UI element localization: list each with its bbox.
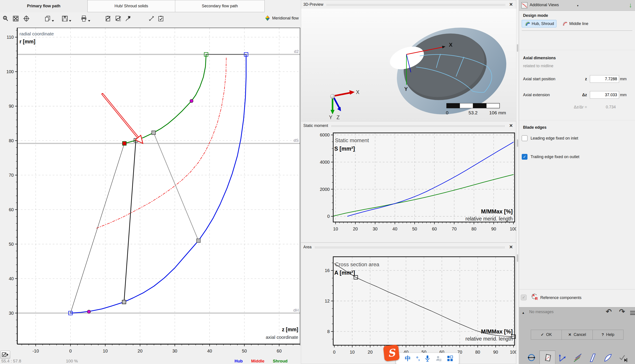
checkbox-checked[interactable]: ✓ <box>522 154 527 160</box>
flow-paths-icon[interactable] <box>572 352 583 363</box>
axial-start-input[interactable] <box>590 75 619 83</box>
svg-text:Cross section area: Cross section area <box>335 262 379 267</box>
delete-points-icon[interactable] <box>124 14 132 23</box>
blade-edges-heading: Blade edges <box>523 125 546 130</box>
tab-hub-shroud-solids[interactable]: Hub/ Shroud solids <box>88 0 175 12</box>
ime-punctuation-icon[interactable]: °, <box>416 356 420 362</box>
triad-z-label: Z <box>337 114 340 120</box>
design-mode-hub-shroud-button[interactable]: Hub, Shroud <box>522 20 556 28</box>
svg-text:d2: d2 <box>294 49 299 54</box>
axial-extent-icon[interactable] <box>526 352 537 363</box>
axis-x-label: X <box>449 42 452 48</box>
save-icon[interactable] <box>61 14 69 23</box>
redo-icon[interactable]: ↷ <box>619 308 625 316</box>
tab-label: Secondary flow path <box>202 4 238 8</box>
svg-text:100: 100 <box>510 350 516 354</box>
orientation-triad: X Y Z <box>329 89 359 120</box>
svg-text:50: 50 <box>412 226 417 231</box>
cross-section-area-chart[interactable]: 010203040506070809010081216Cross section… <box>301 251 516 364</box>
finish-step-icon[interactable] <box>617 352 628 363</box>
meridian-editor-panel: Primary flow path Hub/ Shroud solids Sec… <box>0 0 301 364</box>
trailing-edge-checkbox-row[interactable]: ✓ Trailing edge fixed on outlet <box>522 154 579 160</box>
import-curve-icon[interactable] <box>104 14 112 23</box>
svg-text:30: 30 <box>373 226 377 231</box>
views-grid-icon <box>521 2 527 8</box>
static-moment-titlebar: Static moment ✕ <box>301 122 516 130</box>
plot-options-button[interactable] <box>1 351 10 359</box>
additional-views-header: Additional Views ▾ ↓ <box>519 0 635 11</box>
close-icon[interactable]: ✕ <box>508 123 514 128</box>
meridional-contour-plot[interactable]: d2dSdH-100102030405060304050607080901001… <box>0 26 301 356</box>
design-mode-middle-line-button[interactable]: Middle line <box>559 20 590 27</box>
3d-preview-panel: 3D-Preview ✕ ▶ <box>301 0 516 121</box>
ime-language-icon[interactable]: 中 <box>405 354 411 362</box>
blade-profile-icon[interactable] <box>602 352 613 363</box>
svg-text:16: 16 <box>325 268 330 273</box>
ime-microphone-icon[interactable] <box>425 355 430 362</box>
drag-grip[interactable] <box>331 125 505 127</box>
meridional-view-button[interactable] <box>539 350 555 364</box>
scale-end: 106 mm <box>489 110 506 115</box>
meridional-view-icon <box>542 352 552 362</box>
ime-keyboard-user-icon[interactable]: 9 <box>435 356 442 362</box>
cursor-coordinates: 55.4 : 57.8 <box>1 359 21 364</box>
axial-extension-input[interactable] <box>590 91 619 99</box>
axial-dimensions-heading: Axial dimensions <box>523 56 556 60</box>
ok-button[interactable]: ✓OK <box>531 330 561 340</box>
copy-dropdown-icon[interactable] <box>52 20 54 23</box>
svg-text:12: 12 <box>325 298 330 304</box>
ratio-value: 0.734 <box>606 105 616 110</box>
checkbox-unchecked[interactable]: ✓ <box>522 135 527 141</box>
print-dropdown-icon[interactable] <box>88 20 90 23</box>
svg-text:110: 110 <box>7 35 14 40</box>
tab-secondary-flow-path[interactable]: Secondary flow path <box>175 0 265 12</box>
meridional-flow-diamond-icon <box>265 15 270 21</box>
help-button[interactable]: ?Help <box>592 330 623 340</box>
blade-outline-icon[interactable] <box>587 352 598 363</box>
panel-scrollbar[interactable] <box>516 0 519 364</box>
close-icon[interactable]: ✕ <box>508 244 514 250</box>
checkbox-label: Trailing edge fixed on outlet <box>530 154 579 159</box>
apply-down-icon[interactable]: ↓ <box>629 1 632 9</box>
meridional-flow-indicator: Meridional flow <box>265 15 299 21</box>
ime-toolbox-icon[interactable] <box>447 356 453 361</box>
zoom-icon[interactable] <box>1 14 10 23</box>
vectors-icon[interactable] <box>557 352 567 363</box>
divider <box>519 120 635 120</box>
static-moment-chart[interactable]: 1020304050607080901000200040006000Static… <box>301 130 516 243</box>
svg-text:90: 90 <box>9 104 14 108</box>
axial-start-row: Axial start position z mm <box>519 75 635 84</box>
curve-legend: Hub Middle Shroud <box>235 359 288 364</box>
cancel-button[interactable]: ✕Cancel <box>561 330 592 340</box>
center-view-icon[interactable] <box>22 14 31 23</box>
print-icon[interactable] <box>80 14 88 23</box>
measure-icon[interactable] <box>147 14 156 23</box>
close-icon[interactable]: ✕ <box>508 2 514 7</box>
svg-text:6000: 6000 <box>320 132 330 137</box>
views-dropdown-icon[interactable]: ▾ <box>577 4 578 7</box>
apply-check-icon[interactable] <box>157 14 165 23</box>
reference-components-icon: R <box>530 293 538 300</box>
collapse-messages-icon[interactable]: ▲ <box>522 311 525 314</box>
menu-icon[interactable] <box>630 311 635 315</box>
ime-sogou-logo[interactable]: S <box>383 344 400 362</box>
drag-grip[interactable] <box>315 246 505 248</box>
3d-viewport[interactable]: X Y X Y Z 0 <box>301 8 516 122</box>
drag-grip[interactable] <box>326 4 505 6</box>
legend-middle: Middle <box>251 359 264 364</box>
svg-text:R: R <box>535 296 538 300</box>
svg-text:radial coordinate: radial coordinate <box>20 31 54 36</box>
copy-icon[interactable] <box>43 14 52 23</box>
svg-text:70: 70 <box>9 173 14 178</box>
svg-text:20: 20 <box>368 350 373 354</box>
unit-label: mm <box>620 93 626 97</box>
ratio-label: Δz/Δr = <box>574 105 587 110</box>
legend-shroud: Shroud <box>273 359 288 364</box>
leading-edge-checkbox-row[interactable]: ✓ Leading edge fixed on inlet <box>522 135 578 141</box>
save-dropdown-icon[interactable] <box>69 20 71 23</box>
tab-primary-flow-path[interactable]: Primary flow path <box>0 0 88 12</box>
undo-icon[interactable]: ↶ <box>606 308 612 316</box>
fit-view-icon[interactable] <box>12 14 20 23</box>
edit-curve-icon[interactable] <box>114 14 123 23</box>
svg-text:S [mm²]: S [mm²] <box>334 146 355 152</box>
